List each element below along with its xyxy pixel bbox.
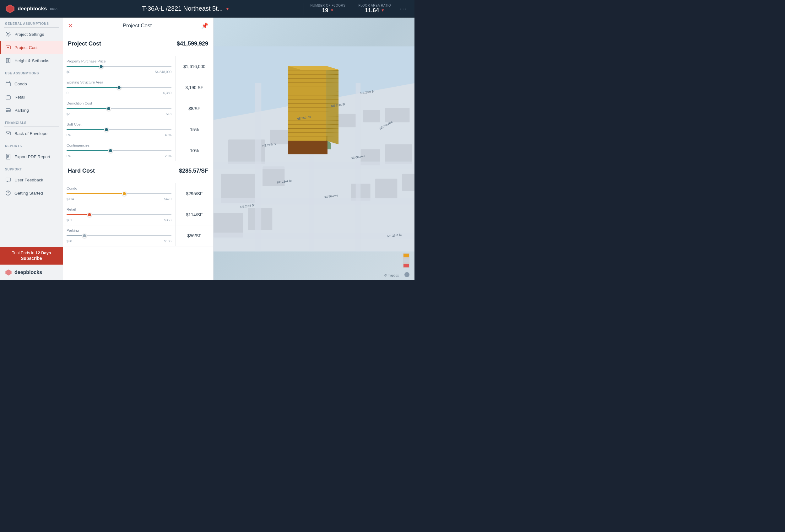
trial-banner[interactable]: Trial Ends in 12 DaysSubscribe	[0, 247, 63, 265]
svg-point-9	[9, 111, 10, 112]
project-cost-panel: ✕ Project Cost 📌 Project Cost $41,599,92…	[63, 18, 213, 280]
demolition-cost-label: Demolition Cost	[67, 101, 172, 105]
svg-rect-31	[375, 179, 397, 198]
sidebar-item-condo[interactable]: Condo	[0, 77, 63, 90]
parking-hard-value: $56/SF	[176, 225, 213, 246]
table-row: Condo $114 $470 $295/SF	[63, 183, 213, 204]
slider-thumb[interactable]	[104, 127, 109, 132]
sidebar-item-retail[interactable]: Retail	[0, 90, 63, 104]
slider-range: $61 $363	[67, 218, 172, 222]
slider-thumb[interactable]	[82, 234, 87, 238]
far-metric[interactable]: Floor Area Ratio 11.64 ▼	[352, 2, 397, 15]
map-area[interactable]: NE 26th St NE 25th St NE 25th St NE 24th…	[213, 18, 414, 280]
condo-hard-slider	[67, 193, 172, 194]
svg-rect-38	[356, 83, 361, 251]
header-menu-button[interactable]: ···	[397, 5, 409, 12]
svg-rect-23	[385, 108, 409, 123]
pdf-icon	[5, 154, 11, 160]
sidebar-item-project-settings[interactable]: Project Settings	[0, 28, 63, 41]
contingencies-slider-area: Contingencies 0% 25%	[63, 140, 176, 161]
hard-cost-header: Hard Cost $285.57/SF	[68, 168, 208, 174]
sidebar-bottom: Trial Ends in 12 DaysSubscribe deepblock…	[0, 247, 63, 280]
sidebar-label-user-feedback: User Feedback	[15, 178, 43, 182]
sidebar-label-project-cost: Project Cost	[15, 45, 38, 50]
envelope-icon	[5, 130, 11, 136]
panel-title: Project Cost	[123, 23, 152, 29]
project-cost-section: Project Cost $41,599,929	[63, 34, 213, 56]
existing-structure-slider-area: Existing Structure Area 0 6,380	[63, 77, 176, 98]
table-row: Demolition Cost $3 $18 $8/SF	[63, 98, 213, 119]
parking-slider-area: Parking $28 $186	[63, 225, 176, 246]
slider-fill	[67, 150, 110, 151]
slider-thumb[interactable]	[117, 85, 121, 90]
sidebar-item-user-feedback[interactable]: User Feedback	[0, 173, 63, 186]
slider-range: $3 $18	[67, 112, 172, 116]
sidebar-section-use: Use Assumptions Condo Retail Parking	[0, 67, 63, 117]
far-value: 11.64 ▼	[365, 7, 385, 14]
parking-hard-label: Parking	[67, 229, 172, 232]
property-purchase-slider-area: Property Purchase Price $0 $4,848,000	[63, 56, 176, 77]
sidebar-item-getting-started[interactable]: Getting Started	[0, 186, 63, 200]
logo-text: deepblocks	[18, 6, 47, 12]
property-purchase-label: Property Purchase Price	[67, 59, 172, 63]
slider-fill	[67, 235, 84, 236]
svg-point-8	[7, 111, 7, 112]
retail-icon	[5, 94, 11, 100]
svg-rect-10	[6, 132, 10, 135]
slider-thumb[interactable]	[122, 191, 127, 196]
map-color-btn-2[interactable]	[403, 258, 409, 263]
settings-icon	[5, 31, 11, 37]
slider-thumb[interactable]	[99, 64, 103, 69]
cost-icon	[5, 44, 11, 51]
slider-thumb[interactable]	[87, 212, 92, 217]
table-row: Retail $61 $363 $114/SF	[63, 204, 213, 225]
sidebar-item-height-setbacks[interactable]: Height & Setbacks	[0, 54, 63, 67]
floors-dropdown[interactable]: ▼	[330, 8, 334, 12]
demolition-cost-slider	[67, 108, 172, 109]
demolition-cost-slider-area: Demolition Cost $3 $18	[63, 98, 176, 119]
project-title: T-36A-L /2321 Northeast 5t...	[142, 5, 223, 12]
panel-pin-button[interactable]: 📌	[201, 22, 208, 29]
beta-label: BETA	[50, 7, 57, 10]
mapbox-info-button[interactable]: i	[404, 272, 409, 277]
project-title-area[interactable]: T-36A-L /2321 Northeast 5t... ▼	[68, 5, 304, 12]
height-icon	[5, 57, 11, 64]
existing-structure-label: Existing Structure Area	[67, 80, 172, 84]
trial-text: Trial Ends in	[12, 250, 35, 255]
svg-rect-18	[270, 130, 289, 144]
slider-fill	[67, 66, 101, 67]
sidebar-section-support: Support User Feedback Getting Started	[0, 163, 63, 200]
project-dropdown-arrow[interactable]: ▼	[225, 6, 230, 11]
contingencies-slider	[67, 150, 172, 152]
sidebar-item-parking[interactable]: Parking	[0, 104, 63, 117]
svg-point-13	[8, 194, 8, 194]
panel-header: ✕ Project Cost 📌	[63, 18, 213, 34]
section-label-general: General Assumptions	[0, 18, 63, 27]
section-label-financials: Financials	[0, 117, 63, 127]
table-row: Contingencies 0% 25% 10%	[63, 140, 213, 161]
hard-cost-title: Hard Cost	[68, 168, 95, 174]
map-svg: NE 26th St NE 25th St NE 25th St NE 24th…	[213, 18, 414, 280]
sidebar-item-export-pdf[interactable]: Export PDF Report	[0, 150, 63, 163]
map-color-btn-1[interactable]	[403, 253, 409, 258]
section-label-reports: Reports	[0, 140, 63, 150]
sidebar-item-project-cost[interactable]: Project Cost	[0, 41, 63, 54]
sidebar-item-back-of-envelope[interactable]: Back of Envelope	[0, 127, 63, 140]
soft-cost-label: Soft Cost	[67, 123, 172, 126]
slider-fill	[67, 108, 109, 109]
slider-thumb[interactable]	[106, 106, 111, 111]
slider-range: 0 6,380	[67, 91, 172, 95]
far-dropdown[interactable]: ▼	[381, 8, 385, 12]
svg-rect-30	[351, 184, 370, 201]
demolition-cost-value: $8/SF	[176, 98, 213, 119]
svg-point-2	[7, 33, 9, 35]
panel-close-button[interactable]: ✕	[68, 22, 73, 29]
contingencies-value: 10%	[176, 140, 213, 161]
floors-metric[interactable]: Number of Floors 19 ▼	[304, 2, 352, 15]
subscribe-button[interactable]: Subscribe	[5, 256, 58, 261]
slider-thumb[interactable]	[108, 149, 113, 153]
slider-fill	[67, 193, 124, 194]
map-color-btn-3[interactable]	[403, 263, 409, 268]
retail-slider-area: Retail $61 $363	[63, 204, 176, 225]
parking-icon	[5, 107, 11, 113]
